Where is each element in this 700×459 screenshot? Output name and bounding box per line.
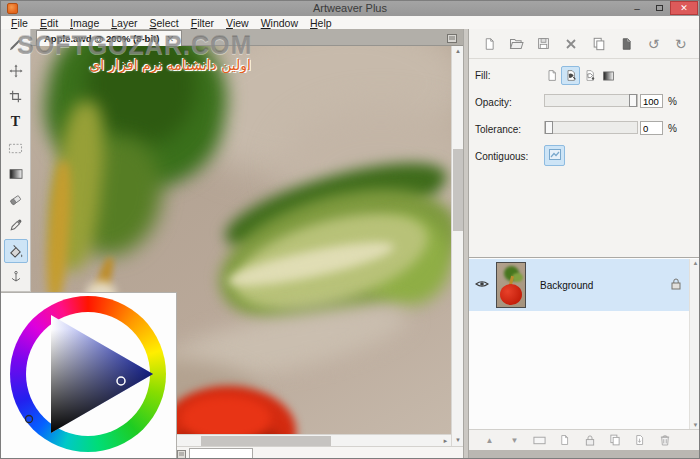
fill-label: Fill: xyxy=(475,70,491,81)
fill-mode-group xyxy=(542,66,618,85)
hue-marker[interactable] xyxy=(26,416,33,423)
contiguous-toggle[interactable] xyxy=(544,145,565,166)
layer-name: Background xyxy=(540,280,671,291)
menu-edit[interactable]: Edit xyxy=(34,17,64,29)
menu-layer[interactable]: Layer xyxy=(105,17,143,29)
opacity-label: Opacity: xyxy=(475,97,512,108)
close-document-button[interactable] xyxy=(561,34,581,54)
document-tab-bar: Apple.awd @ 200% (8-bit) ✕ xyxy=(31,29,463,46)
contiguous-label: Contiguous: xyxy=(475,151,528,162)
eyedropper-icon xyxy=(9,218,23,232)
sv-triangle[interactable] xyxy=(1,293,177,459)
tolerance-slider[interactable] xyxy=(544,121,638,134)
panel-toolbar: ↺ ↻ xyxy=(469,29,700,59)
marquee-icon xyxy=(8,142,23,155)
layers-toolbar: ▲ ▼ xyxy=(469,429,700,450)
eraser-icon xyxy=(8,193,23,207)
paste-button[interactable] xyxy=(616,34,636,54)
minimize-button[interactable]: – xyxy=(626,1,648,15)
artweaver-window: Artweaver Plus – ✕ File Edit Image Layer… xyxy=(0,0,700,459)
document-tab[interactable]: Apple.awd @ 200% (8-bit) ✕ xyxy=(36,30,182,46)
tolerance-label: Tolerance: xyxy=(475,124,521,135)
save-button[interactable] xyxy=(534,34,554,54)
layer-row-background[interactable]: Background xyxy=(469,259,689,311)
tolerance-unit: % xyxy=(668,123,677,134)
right-panel: ↺ ↻ Fill: Opacity: % Tolerance: % Contig… xyxy=(469,29,700,459)
move-icon xyxy=(9,64,23,78)
move-layer-down-icon[interactable]: ▼ xyxy=(502,432,527,448)
crop-icon xyxy=(9,90,22,103)
canvas-vertical-scrollbar[interactable]: ▲ ▼ xyxy=(451,46,463,446)
opacity-slider-thumb[interactable] xyxy=(629,94,637,107)
tolerance-slider-thumb[interactable] xyxy=(545,121,553,134)
fill-background-button[interactable] xyxy=(580,66,599,85)
document-tab-label: Apple.awd @ 200% (8-bit) xyxy=(44,33,159,44)
layer-properties-icon[interactable] xyxy=(527,432,552,448)
opacity-value-input[interactable] xyxy=(640,94,663,108)
paint-bucket-icon xyxy=(8,244,24,259)
layers-scroll-up-icon[interactable]: ▲ xyxy=(690,260,700,266)
tolerance-value-input[interactable] xyxy=(640,121,663,135)
close-button[interactable]: ✕ xyxy=(670,1,698,15)
title-bar: Artweaver Plus – ✕ xyxy=(1,1,699,16)
maximize-button[interactable] xyxy=(648,1,670,15)
new-document-button[interactable] xyxy=(479,34,499,54)
layer-visibility-eye-icon[interactable] xyxy=(475,279,489,291)
tool-text[interactable]: T xyxy=(4,110,28,134)
new-layer-icon[interactable] xyxy=(552,432,577,448)
undo-icon[interactable]: ↺ xyxy=(644,34,664,54)
text-tool-icon: T xyxy=(11,114,20,130)
status-icon xyxy=(177,449,186,459)
duplicate-layer-icon[interactable] xyxy=(602,432,627,448)
copy-button[interactable] xyxy=(589,34,609,54)
menu-image[interactable]: Image xyxy=(64,17,105,29)
tool-rect-select[interactable] xyxy=(4,136,28,160)
layer-lock-icon[interactable] xyxy=(671,278,681,292)
menu-bar: File Edit Image Layer Select Filter View… xyxy=(1,16,699,30)
menu-help[interactable]: Help xyxy=(304,17,338,29)
window-title: Artweaver Plus xyxy=(1,2,699,14)
fill-gradient-button[interactable] xyxy=(599,66,618,85)
menu-filter[interactable]: Filter xyxy=(185,17,220,29)
vertical-scroll-thumb[interactable] xyxy=(453,149,463,231)
fill-foreground-button[interactable] xyxy=(561,66,580,85)
opacity-slider[interactable] xyxy=(544,94,638,107)
tool-fill[interactable] xyxy=(4,239,28,263)
layers-scrollbar[interactable]: ▲ ▼ xyxy=(689,259,700,429)
tool-eyedropper[interactable] xyxy=(4,214,28,238)
menu-view[interactable]: View xyxy=(220,17,255,29)
menu-window[interactable]: Window xyxy=(255,17,304,29)
layer-thumbnail xyxy=(496,262,526,308)
tool-brush[interactable] xyxy=(4,33,28,57)
layers-panel: Background ▲ ▼ ▲ ▼ xyxy=(469,257,700,459)
color-picker-panel xyxy=(1,292,177,459)
move-layer-up-icon[interactable]: ▲ xyxy=(477,432,502,448)
paint-stroke xyxy=(181,396,271,434)
fill-blank-button[interactable] xyxy=(542,66,561,85)
tab-close-icon[interactable]: ✕ xyxy=(166,34,174,44)
status-input[interactable] xyxy=(189,448,253,459)
contiguous-icon xyxy=(549,149,561,162)
gradient-icon xyxy=(9,168,23,180)
open-button[interactable] xyxy=(506,34,526,54)
anchor-icon xyxy=(9,270,23,284)
panel-bottom-strip xyxy=(469,450,700,459)
tool-gradient[interactable] xyxy=(4,162,28,186)
brush-icon xyxy=(8,37,23,52)
tab-list-icon[interactable] xyxy=(447,33,457,45)
lock-layer-icon[interactable] xyxy=(577,432,602,448)
tool-move[interactable] xyxy=(4,59,28,83)
merge-layer-icon[interactable] xyxy=(627,432,652,448)
tool-anchor[interactable] xyxy=(4,265,28,289)
menu-file[interactable]: File xyxy=(5,17,34,29)
maximize-icon xyxy=(656,5,663,11)
opacity-unit: % xyxy=(668,96,677,107)
tool-crop[interactable] xyxy=(4,85,28,109)
horizontal-scroll-thumb[interactable] xyxy=(201,436,331,446)
layers-scroll-down-icon[interactable]: ▼ xyxy=(690,422,700,428)
menu-select[interactable]: Select xyxy=(144,17,185,29)
tool-bar: T xyxy=(1,29,31,292)
tool-eraser[interactable] xyxy=(4,188,28,212)
delete-layer-icon[interactable] xyxy=(652,432,677,448)
redo-icon[interactable]: ↻ xyxy=(671,34,691,54)
